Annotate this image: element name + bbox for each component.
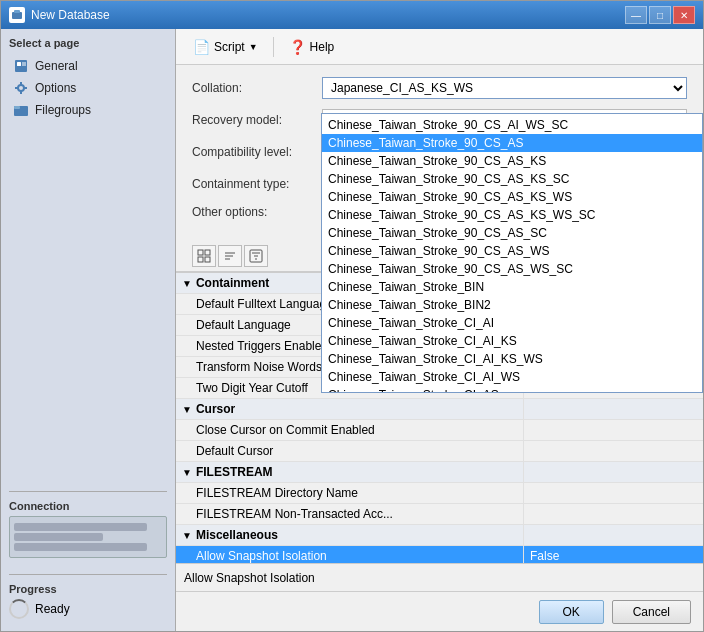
dropdown-item[interactable]: Chinese_Taiwan_Stroke_CI_AI xyxy=(322,314,702,332)
minimize-button[interactable]: — xyxy=(625,6,647,24)
containment-triangle: ▼ xyxy=(182,278,192,289)
connection-info xyxy=(9,516,167,558)
dropdown-item[interactable]: Chinese_Taiwan_Stroke_90_CS_AS_WS_SC xyxy=(322,260,702,278)
general-icon xyxy=(13,58,29,74)
collation-control: Japanese_CI_AS_KS_WS xyxy=(322,77,687,99)
dropdown-item[interactable]: Chinese_Taiwan_Stroke_90_CS_AS xyxy=(322,134,702,152)
progress-label: Progress xyxy=(9,583,167,595)
row-filestream-dirname[interactable]: FILESTREAM Directory Name xyxy=(176,483,703,504)
sidebar-general-label: General xyxy=(35,59,78,73)
dropdown-item[interactable]: Chinese_Taiwan_Stroke_90_CS_AS_KS_WS_SC xyxy=(322,206,702,224)
svg-rect-14 xyxy=(205,250,210,255)
svg-rect-1 xyxy=(14,10,20,13)
progress-ready-text: Ready xyxy=(35,602,70,616)
allow-snapshot-value: False xyxy=(530,549,559,563)
filegroups-icon xyxy=(13,102,29,118)
svg-rect-15 xyxy=(198,257,203,262)
cursor-triangle: ▼ xyxy=(182,404,192,415)
dropdown-item[interactable]: Chinese_Taiwan_Stroke_CI_AI_KS xyxy=(322,332,702,350)
dropdown-item[interactable]: Chinese_Taiwan_Stroke_90_CS_AI_WS_SC xyxy=(322,116,702,134)
connection-blur-3 xyxy=(14,543,147,551)
progress-section: Progress Ready xyxy=(9,583,167,623)
dropdown-item[interactable]: Chinese_Taiwan_Stroke_90_CS_AS_KS_WS xyxy=(322,188,702,206)
maximize-button[interactable]: □ xyxy=(649,6,671,24)
dropdown-item[interactable]: Chinese_Taiwan_Stroke_90_CS_AS_KS_SC xyxy=(322,170,702,188)
status-bar: Allow Snapshot Isolation xyxy=(176,563,703,591)
cursor-section-label: Cursor xyxy=(196,402,235,416)
row-default-cursor[interactable]: Default Cursor xyxy=(176,441,703,462)
options-icon xyxy=(13,80,29,96)
help-label: Help xyxy=(310,40,335,54)
bottom-bar: OK Cancel xyxy=(176,591,703,631)
svg-point-6 xyxy=(18,85,24,91)
title-bar: New Database — □ ✕ xyxy=(1,1,703,29)
collation-select[interactable]: Japanese_CI_AS_KS_WS xyxy=(322,77,687,99)
ok-button[interactable]: OK xyxy=(539,600,604,624)
collation-label: Collation: xyxy=(192,81,322,95)
title-bar-buttons: — □ ✕ xyxy=(625,6,695,24)
row-filestream-non-transacted[interactable]: FILESTREAM Non-Transacted Acc... xyxy=(176,504,703,525)
dropdown-item[interactable]: Chinese_Taiwan_Stroke_CI_AS xyxy=(322,386,702,393)
progress-row: Ready xyxy=(9,599,167,619)
script-label: Script xyxy=(214,40,245,54)
script-button[interactable]: 📄 Script ▼ xyxy=(184,35,267,59)
options-grid-btn[interactable] xyxy=(192,245,216,267)
collation-dropdown[interactable]: Chinese_Taiwan_Stroke_90_CS_AI_KS_SCChin… xyxy=(321,113,703,393)
sidebar-filegroups-label: Filegroups xyxy=(35,103,91,117)
sidebar-divider-2 xyxy=(9,574,167,575)
dropdown-item[interactable]: Chinese_Taiwan_Stroke_BIN2 xyxy=(322,296,702,314)
dropdown-item[interactable]: Chinese_Taiwan_Stroke_90_CS_AS_KS xyxy=(322,152,702,170)
row-close-cursor[interactable]: Close Cursor on Commit Enabled xyxy=(176,420,703,441)
misc-section-label: Miscellaneous xyxy=(196,528,278,542)
progress-spinner xyxy=(9,599,29,619)
help-icon: ❓ xyxy=(289,39,306,55)
close-button[interactable]: ✕ xyxy=(673,6,695,24)
allow-snapshot-label: Allow Snapshot Isolation xyxy=(196,549,327,563)
window-icon xyxy=(9,7,25,23)
section-miscellaneous: ▼ Miscellaneous xyxy=(176,525,703,546)
main-window: New Database — □ ✕ Select a page General… xyxy=(0,0,704,632)
dropdown-item[interactable]: Chinese_Taiwan_Stroke_BIN xyxy=(322,278,702,296)
main-content: 📄 Script ▼ ❓ Help Collation: Japanese_CI… xyxy=(176,29,703,631)
options-filter-btn[interactable] xyxy=(244,245,268,267)
dropdown-item[interactable]: Chinese_Taiwan_Stroke_CI_AI_WS xyxy=(322,368,702,386)
sidebar: Select a page General Options Filegroups xyxy=(1,29,176,631)
title-bar-left: New Database xyxy=(9,7,110,23)
connection-blur-1 xyxy=(14,523,147,531)
svg-rect-16 xyxy=(205,257,210,262)
dropdown-item[interactable]: Chinese_Taiwan_Stroke_90_CS_AS_SC xyxy=(322,224,702,242)
connection-blur-2 xyxy=(14,533,103,541)
options-sort-btn[interactable] xyxy=(218,245,242,267)
section-cursor: ▼ Cursor xyxy=(176,399,703,420)
misc-triangle: ▼ xyxy=(182,530,192,541)
compatibility-label: Compatibility level: xyxy=(192,145,322,159)
svg-rect-2 xyxy=(15,60,27,72)
status-text: Allow Snapshot Isolation xyxy=(184,571,315,585)
window-title: New Database xyxy=(31,8,110,22)
sidebar-item-options[interactable]: Options xyxy=(9,77,167,99)
connection-section: Connection xyxy=(9,500,167,558)
svg-rect-0 xyxy=(12,12,22,19)
connection-label: Connection xyxy=(9,500,167,512)
help-button[interactable]: ❓ Help xyxy=(280,35,344,59)
row-allow-snapshot[interactable]: Allow Snapshot Isolation False xyxy=(176,546,703,563)
toolbar-separator xyxy=(273,37,274,57)
filestream-triangle: ▼ xyxy=(182,467,192,478)
dropdown-item[interactable]: Chinese_Taiwan_Stroke_90_CS_AS_WS xyxy=(322,242,702,260)
dropdown-item[interactable]: Chinese_Taiwan_Stroke_CI_AI_KS_WS xyxy=(322,350,702,368)
containment-label: Containment type: xyxy=(192,177,322,191)
sidebar-options-label: Options xyxy=(35,81,76,95)
svg-rect-12 xyxy=(14,106,20,109)
sidebar-divider-1 xyxy=(9,491,167,492)
svg-rect-3 xyxy=(17,62,21,66)
containment-section-label: Containment xyxy=(196,276,269,290)
script-dropdown-icon: ▼ xyxy=(249,42,258,52)
section-filestream: ▼ FILESTREAM xyxy=(176,462,703,483)
content-area: Select a page General Options Filegroups xyxy=(1,29,703,631)
cancel-button[interactable]: Cancel xyxy=(612,600,691,624)
other-options-label: Other options: xyxy=(192,205,322,219)
sidebar-item-filegroups[interactable]: Filegroups xyxy=(9,99,167,121)
sidebar-item-general[interactable]: General xyxy=(9,55,167,77)
recovery-label: Recovery model: xyxy=(192,113,322,127)
filestream-section-label: FILESTREAM xyxy=(196,465,273,479)
